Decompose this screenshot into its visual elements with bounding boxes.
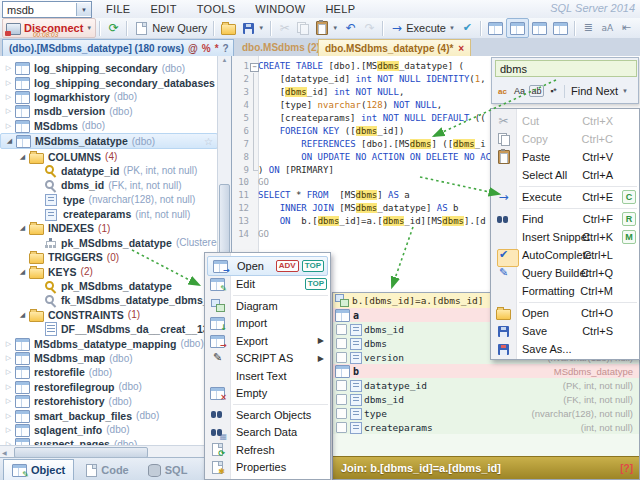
open-folder-button[interactable] <box>218 19 239 37</box>
tree-menu-item-properties[interactable]: ✱Properties <box>205 459 330 477</box>
tree-menu-item-empty[interactable]: ×Empty <box>205 385 330 403</box>
panel-tab-object[interactable]: ✎Object <box>3 459 74 480</box>
tree-item-CONSTRAINTS[interactable]: ◢CONSTRAINTS(1) <box>0 308 218 322</box>
replace-toggle-button[interactable]: ac <box>494 83 511 99</box>
menu-item-file[interactable]: FILE <box>96 3 140 15</box>
results-file-button[interactable] <box>529 19 550 37</box>
redo-arrow-button[interactable]: ↷ <box>360 19 379 37</box>
expander-expanded-icon[interactable]: ◢ <box>16 224 29 232</box>
tab-editor-1[interactable]: dbo.MSdbms (2) <box>236 39 326 55</box>
indent-increase-button[interactable]: ⇥ <box>636 19 640 37</box>
expander-collapsed-icon[interactable]: ▷ <box>2 383 15 391</box>
cut-scissors-button[interactable]: ✂ <box>275 19 294 37</box>
expander-collapsed-icon[interactable]: ▷ <box>2 107 15 115</box>
help-link[interactable]: [?] <box>620 463 633 474</box>
uppercase-letters-button[interactable]: aA <box>598 19 617 37</box>
results-grid-button[interactable] <box>485 19 506 37</box>
tree-item-createparams[interactable]: createparams(int, not null) <box>0 207 218 221</box>
editor-menu-item-select-all[interactable]: Select AllCtrl+A <box>491 166 639 184</box>
tree-item-restorefilegroup[interactable]: ▷restorefilegroup(dbo) <box>0 380 218 394</box>
suggestion-column-createparams[interactable]: createparams(int, not null) <box>333 420 639 434</box>
expander-expanded-icon[interactable]: ◢ <box>16 153 29 161</box>
chevron-down-icon[interactable]: ▼ <box>86 25 92 31</box>
expander-collapsed-icon[interactable]: ▷ <box>2 426 15 434</box>
tab-glyph-icon[interactable]: * <box>215 43 219 54</box>
tab-glyph-icon[interactable]: @ <box>188 43 198 54</box>
editor-menu-item-query-builder[interactable]: ✎Query BuilderCtrl+Q <box>491 264 639 282</box>
tab-editor-2[interactable]: dbo.MSdbms_datatype (4)*× <box>318 39 471 57</box>
tree-menu-item-search-objects[interactable]: Search Objects <box>205 406 330 424</box>
copy-pages-button[interactable] <box>294 19 312 37</box>
suggestion-column-dbms_id[interactable]: dbms_id(FK, int, not null) <box>333 392 639 406</box>
menu-item-help[interactable]: HELP <box>315 3 365 15</box>
new-query-document-button[interactable]: New Query <box>131 19 210 37</box>
menu-item-edit[interactable]: EDIT <box>140 3 186 15</box>
expander-collapsed-icon[interactable]: ▷ <box>2 368 15 376</box>
menu-item-tools[interactable]: TOOLS <box>187 3 246 15</box>
tree-item-MSdbms_datatype_mapping[interactable]: ▷MSdbms_datatype_mapping(dbo) <box>0 336 218 350</box>
match-case-button[interactable]: Aa <box>511 83 528 99</box>
tree-item-MSdbms_map[interactable]: ▷MSdbms_map(dbo) <box>0 351 218 365</box>
whole-word-button[interactable]: ab <box>528 83 545 99</box>
editor-menu-item-autocomplete[interactable]: ✔AutoCompleteCtrl+L <box>491 246 639 264</box>
tree-menu-item-script-as[interactable]: ✎SCRIPT AS▶ <box>205 350 330 368</box>
tab-glyph-icon[interactable]: % <box>202 43 211 54</box>
panel-tab-sql[interactable]: SQL <box>139 460 196 480</box>
tree-item-KEYS[interactable]: ◢KEYS(2) <box>0 264 218 278</box>
fold-collapse-icon[interactable]: − <box>250 63 259 72</box>
align-lines-button[interactable]: ≣ <box>579 19 598 37</box>
editor-menu-item-formatting[interactable]: FormattingCtrl+M <box>491 282 639 300</box>
editor-menu-item-save[interactable]: SaveCtrl+S <box>491 322 639 340</box>
editor-menu-item-insert-snippet[interactable]: Insert SnippetCtrl+KM <box>491 228 639 246</box>
tree-item-pk_MSdbms_datatype[interactable]: pk_MSdbms_datatype <box>0 279 218 293</box>
expander-collapsed-icon[interactable]: ▷ <box>2 93 15 101</box>
tree-menu-item-refresh[interactable]: ⟳Refresh <box>205 441 330 459</box>
tree-item-smart_backup_files[interactable]: ▷smart_backup_files(dbo) <box>0 408 218 422</box>
panel-tab-code[interactable]: Code <box>76 460 137 480</box>
editor-menu-item-cut[interactable]: ✂CutCtrl+X <box>491 112 639 130</box>
refresh-document-button[interactable]: ⟳ <box>104 19 123 37</box>
tree-menu-item-diagram[interactable]: Diagram <box>205 297 330 315</box>
editor-menu-item-save-as[interactable]: Save As... <box>491 340 639 358</box>
chevron-down-icon[interactable]: ▼ <box>332 25 338 31</box>
tree-item-TRIGGERS[interactable]: TRIGGERS(0) <box>0 250 218 264</box>
search-input[interactable] <box>495 60 637 77</box>
disconnect-button[interactable]: Disconnect ▼ 00:08:03 <box>2 18 96 38</box>
tree-item-logmarkhistory[interactable]: ▷logmarkhistory(dbo) <box>0 90 218 104</box>
tree-item-pk_MSdbms_datatype[interactable]: pk_MSdbms_datatype(Clustered) <box>0 236 218 250</box>
expander-collapsed-icon[interactable]: ▷ <box>2 397 15 405</box>
expander-expanded-icon[interactable]: ◢ <box>16 268 29 276</box>
tree-item-log_shipping_secondary[interactable]: ▷log_shipping_secondary(dbo) <box>0 61 218 75</box>
regex-button[interactable]: ▪* <box>545 83 562 99</box>
undo-arrow-button[interactable]: ↶ <box>341 19 360 37</box>
tree-item-MSdbms[interactable]: ▷MSdbms(dbo) <box>0 119 218 133</box>
paste-clipboard-button[interactable]: ▼ <box>312 19 341 37</box>
chevron-down-icon[interactable]: ▼ <box>449 25 455 31</box>
tree-item-MSdbms_datatype[interactable]: ◢MSdbms_datatype(dbo)☆ <box>0 133 218 149</box>
expander-collapsed-icon[interactable]: ▷ <box>2 354 15 362</box>
favorite-star-icon[interactable]: ☆ <box>204 136 213 147</box>
chevron-down-icon[interactable]: ▼ <box>76 3 91 16</box>
indent-decrease-button[interactable]: ⇤ <box>617 19 636 37</box>
tree-menu-item-open[interactable]: →OpenADVTOP <box>207 256 328 276</box>
tab-results-grid[interactable]: (dbo).[MSdbms_datatype] (180 rows)@%*? <box>2 39 234 57</box>
execute-arrow-button[interactable]: →Execute▼ <box>387 19 458 37</box>
tree-item-datatype_id[interactable]: datatype_id(PK, int, not null) <box>0 164 218 178</box>
save-floppy-button[interactable]: ▼ <box>239 19 267 37</box>
close-icon[interactable]: × <box>458 43 464 54</box>
editor-menu-item-paste[interactable]: PasteCtrl+V <box>491 148 639 166</box>
expander-expanded-icon[interactable]: ◢ <box>3 137 16 145</box>
parse-check-button[interactable]: ✔ <box>458 19 477 37</box>
editor-menu-item-copy[interactable]: CopyCtrl+C <box>491 130 639 148</box>
suggestion-column-datatype_id[interactable]: datatype_id(PK, int, not null) <box>333 378 639 392</box>
tree-menu-item-search-data[interactable]: ▦Search Data <box>205 424 330 442</box>
chevron-down-icon[interactable]: ▼ <box>622 88 628 94</box>
editor-menu-item-open[interactable]: OpenCtrl+O <box>491 304 639 322</box>
suggestion-column-type[interactable]: type(nvarchar(128), not null) <box>333 406 639 420</box>
tree-item-COLUMNS[interactable]: ◢COLUMNS(4) <box>0 149 218 163</box>
tree-menu-item-edit[interactable]: ✎EditTOP <box>205 276 330 294</box>
tree-item-msdb_version[interactable]: ▷msdb_version(dbo) <box>0 104 218 118</box>
tree-menu-item-export[interactable]: →Export▶ <box>205 332 330 350</box>
tab-glyph-icon[interactable]: ? <box>223 43 229 54</box>
results-text-button[interactable] <box>506 18 529 38</box>
